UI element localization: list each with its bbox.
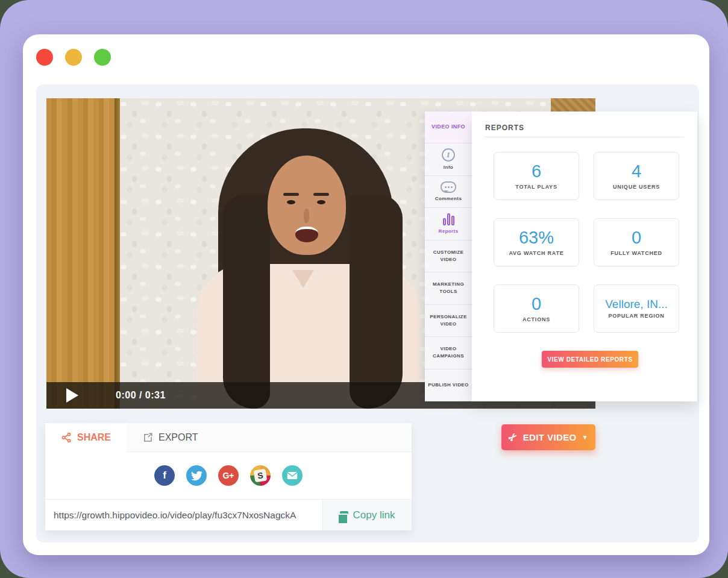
stats-grid: 6 TOTAL PLAYS 4 UNIQUE USERS 63% AVG WAT…	[494, 152, 697, 333]
sidebar-item-reports[interactable]: Reports	[425, 208, 472, 240]
purple-backdrop: 0:00 / 0:31 VIDEO INFO i Info Comments R…	[0, 0, 728, 578]
fully-watched-value: 0	[632, 228, 641, 248]
view-detailed-reports-button[interactable]: VIEW DETAILED REPORTS	[542, 351, 638, 368]
stat-card-fully-watched: 0 FULLY WATCHED	[594, 218, 679, 266]
sidebar-item-publish-video[interactable]: PUBLISH VIDEO	[425, 369, 472, 401]
video-info-sidebar: VIDEO INFO i Info Comments Reports CUSTO…	[425, 112, 472, 401]
stat-card-total-plays: 6 TOTAL PLAYS	[494, 152, 579, 200]
stat-card-avg-watch-rate: 63% AVG WATCH RATE	[494, 218, 579, 266]
avg-watch-rate-label: AVG WATCH RATE	[509, 250, 563, 256]
share-panel: SHARE EXPORT f	[45, 423, 412, 530]
twitter-icon[interactable]	[186, 465, 207, 486]
video-scene-door-frame	[115, 98, 120, 409]
edit-video-button[interactable]: ✂ EDIT VIDEO ▼	[501, 424, 595, 450]
stat-card-popular-region: Vellore, IN... POPULAR REGION	[594, 284, 679, 333]
video-scene-person	[176, 122, 435, 409]
tab-share[interactable]: SHARE	[45, 423, 127, 452]
app-window: 0:00 / 0:31 VIDEO INFO i Info Comments R…	[23, 34, 709, 555]
reports-divider	[485, 137, 684, 137]
unique-users-label: UNIQUE USERS	[613, 184, 660, 190]
facebook-icon[interactable]: f	[154, 465, 175, 486]
scissors-icon: ✂	[506, 430, 521, 445]
sidebar-item-video-info[interactable]: VIDEO INFO	[425, 112, 472, 143]
fully-watched-label: FULLY WATCHED	[610, 250, 662, 256]
avg-watch-rate-value: 63%	[519, 228, 554, 248]
popular-region-label: POPULAR REGION	[608, 313, 664, 319]
sidebar-item-comments[interactable]: Comments	[425, 176, 472, 208]
reports-bar-chart-icon	[443, 213, 454, 225]
social-share-row: f G+ S	[45, 452, 412, 499]
reports-panel-title: REPORTS	[485, 124, 684, 132]
minimize-window-button[interactable]	[65, 49, 82, 66]
actions-value: 0	[532, 295, 541, 314]
sidebar-item-personalize-video[interactable]: PERSONALIZE VIDEO	[425, 305, 472, 337]
window-controls	[36, 49, 111, 66]
reports-panel: REPORTS 6 TOTAL PLAYS 4 UNIQUE USERS 63%…	[472, 112, 697, 401]
stat-card-actions: 0 ACTIONS	[494, 284, 579, 333]
total-plays-label: TOTAL PLAYS	[515, 184, 557, 190]
share-icon	[61, 432, 72, 443]
slack-icon[interactable]: S	[250, 465, 271, 486]
video-time-display: 0:00 / 0:31	[116, 390, 166, 401]
export-icon	[142, 432, 153, 443]
copy-icon	[340, 511, 348, 520]
play-button[interactable]	[66, 388, 78, 403]
copy-link-button[interactable]: Copy link	[322, 500, 412, 530]
share-url-row: Copy link	[45, 499, 412, 530]
comments-icon	[441, 181, 456, 193]
total-plays-value: 6	[532, 162, 541, 181]
tab-export[interactable]: EXPORT	[127, 423, 214, 451]
actions-label: ACTIONS	[522, 316, 550, 322]
sidebar-item-video-campaigns[interactable]: VIDEO CAMPAIGNS	[425, 337, 472, 369]
video-scene-door	[46, 98, 115, 409]
info-icon: i	[442, 148, 455, 162]
chevron-down-icon: ▼	[582, 434, 588, 441]
unique-users-value: 4	[632, 162, 641, 181]
maximize-window-button[interactable]	[94, 49, 111, 66]
sidebar-item-info[interactable]: i Info	[425, 143, 472, 175]
email-icon[interactable]	[282, 465, 303, 486]
popular-region-value: Vellore, IN...	[605, 298, 668, 311]
sidebar-item-customize-video[interactable]: CUSTOMIZE VIDEO	[425, 240, 472, 272]
share-url-input[interactable]	[45, 500, 322, 530]
close-window-button[interactable]	[36, 49, 53, 66]
share-tab-bar: SHARE EXPORT	[45, 423, 412, 452]
google-plus-icon[interactable]: G+	[218, 465, 239, 486]
sidebar-item-marketing-tools[interactable]: MARKETING TOOLS	[425, 272, 472, 304]
stat-card-unique-users: 4 UNIQUE USERS	[594, 152, 679, 200]
